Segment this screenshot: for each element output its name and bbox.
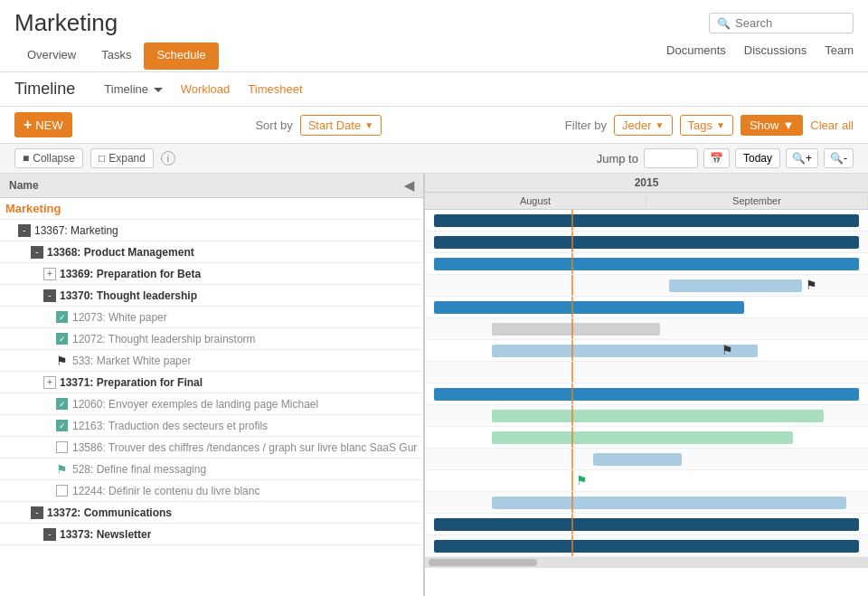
collapse-panel-icon[interactable]: ◀ (404, 178, 414, 193)
nav-link-documents[interactable]: Documents (666, 43, 726, 64)
gantt-bar[interactable] (669, 279, 802, 292)
search-input[interactable] (735, 16, 844, 30)
gantt-bar[interactable] (434, 388, 859, 401)
search-box[interactable]: 🔍 (709, 13, 854, 33)
calendar-icon-button[interactable]: 📅 (703, 148, 730, 168)
list-item[interactable]: 13586: Trouver des chiffres /tendances /… (0, 437, 423, 459)
checkbox-icon[interactable]: ✓ (56, 420, 68, 431)
show-label: Show (750, 118, 779, 132)
gantt-bar[interactable] (492, 323, 660, 336)
expand-label: Expand (108, 152, 146, 165)
gantt-bar[interactable] (492, 431, 793, 444)
list-item[interactable]: Marketing (0, 198, 423, 220)
list-item[interactable]: + 13371: Preparation for Final (0, 372, 423, 393)
show-arrow-icon: ▼ (782, 118, 794, 132)
expand-icon[interactable]: - (18, 224, 31, 237)
sort-dropdown[interactable]: Start Date ▼ (300, 115, 382, 136)
today-line (571, 318, 573, 339)
task-label: 13368: Product Management (47, 246, 194, 259)
list-item[interactable]: - 13367: Marketing (0, 220, 423, 241)
sub-tab-workload[interactable]: Workload (177, 80, 234, 98)
task-label: 12060: Envoyer exemples de landing page … (72, 398, 318, 411)
list-item[interactable]: ✓ 12072: Thought leadership brainstorm (0, 328, 423, 350)
nav-tab-tasks[interactable]: Tasks (89, 43, 144, 71)
list-item[interactable]: ✓ 12073: White paper (0, 307, 423, 328)
tags-dropdown[interactable]: Tags ▼ (680, 115, 733, 136)
gantt-bar[interactable] (434, 214, 859, 227)
gantt-bar[interactable] (434, 301, 744, 314)
task-label: 13369: Preparation for Beta (60, 268, 201, 280)
expand-button[interactable]: □ Expand (90, 148, 154, 168)
zoom-in-button[interactable]: 🔍+ (786, 148, 818, 168)
expand-icon[interactable]: - (31, 506, 43, 519)
gantt-bar[interactable] (492, 497, 846, 509)
collapse-button[interactable]: ■ Collapse (14, 148, 83, 168)
list-item[interactable]: + 13369: Preparation for Beta (0, 263, 423, 285)
filter-dropdown[interactable]: Jeder ▼ (614, 115, 672, 136)
checkbox-icon[interactable] (56, 485, 68, 497)
header-top: Marketing 🔍 (14, 9, 854, 37)
list-item[interactable]: 12244: Définir le contenu du livre blanc (0, 480, 423, 502)
filter-value: Jeder (622, 118, 652, 132)
gantt-bar[interactable] (434, 540, 859, 553)
main-content: Name ◀ Marketing - 13367: Marketing - 13… (0, 174, 868, 596)
list-item[interactable]: - 13373: Newsletter (0, 524, 423, 545)
task-list: Name ◀ Marketing - 13367: Marketing - 13… (0, 174, 425, 596)
today-line (571, 470, 573, 491)
sub-tab-timesheet[interactable]: Timesheet (244, 80, 306, 98)
expand-icon[interactable]: - (43, 289, 56, 302)
expand-icon[interactable]: - (31, 246, 43, 259)
task-label: 12073: White paper (72, 311, 167, 324)
gantt-bar[interactable] (492, 345, 758, 357)
gantt-bar[interactable] (434, 518, 859, 531)
gantt-scrollbar[interactable] (425, 557, 868, 568)
gantt-scrollbar-thumb[interactable] (429, 559, 537, 566)
expand-icon[interactable]: - (43, 528, 56, 541)
list-item[interactable]: ✓ 12163: Traduction des secteurs et prof… (0, 415, 423, 437)
nav-tab-schedule[interactable]: Schedule (144, 43, 218, 70)
checkbox-icon[interactable]: ✓ (56, 333, 68, 345)
nav-left: Overview Tasks Schedule (14, 43, 219, 71)
header: Marketing 🔍 Overview Tasks Schedule Docu… (0, 0, 868, 72)
nav-tab-overview[interactable]: Overview (14, 43, 89, 71)
expand-icon[interactable]: + (43, 268, 56, 280)
checkbox-icon[interactable]: ✓ (56, 398, 68, 410)
nav-link-discussions[interactable]: Discussions (744, 43, 807, 64)
zoom-out-button[interactable]: 🔍- (824, 148, 854, 168)
list-item[interactable]: - 13372: Communications (0, 502, 423, 524)
list-item[interactable]: - 13368: Product Management (0, 241, 423, 263)
show-button[interactable]: Show ▼ (741, 115, 803, 136)
jump-to: Jump to 📅 Today 🔍+ 🔍- (597, 148, 854, 168)
gantt-year: 2015 (425, 174, 868, 193)
new-button[interactable]: + NEW (14, 112, 72, 137)
gantt-row (425, 297, 868, 318)
gantt-row (425, 405, 868, 427)
list-item[interactable]: - 13370: Thought leadership (0, 285, 423, 307)
gantt-bar[interactable] (492, 410, 825, 422)
gantt-row (425, 253, 868, 275)
today-line (571, 514, 573, 535)
list-item[interactable]: ⚑ 528: Define final messaging (0, 459, 423, 480)
expand-icon[interactable]: + (43, 376, 56, 389)
gantt-months: August September (425, 193, 868, 209)
nav-link-team[interactable]: Team (825, 43, 854, 64)
gantt-bar[interactable] (593, 453, 682, 466)
list-item[interactable]: ⚑ 533: Market White paper (0, 350, 423, 372)
action-row: ■ Collapse □ Expand i Jump to 📅 Today 🔍+… (0, 144, 868, 174)
checkbox-icon[interactable] (56, 441, 68, 453)
checkbox-icon[interactable]: ✓ (56, 311, 68, 323)
gantt-bar[interactable] (434, 258, 859, 270)
gantt-row (425, 514, 868, 535)
new-label: NEW (35, 118, 62, 132)
today-button[interactable]: Today (735, 148, 780, 168)
list-item[interactable]: ✓ 12060: Envoyer exemples de landing pag… (0, 393, 423, 415)
task-label: 13367: Marketing (34, 224, 118, 237)
timeline-indicator (154, 88, 163, 92)
milestone-flag-icon: ⚑ (806, 278, 817, 292)
jump-to-input[interactable] (644, 148, 698, 168)
sub-tab-timeline[interactable]: Timeline (100, 80, 165, 98)
info-icon[interactable]: i (161, 151, 175, 166)
clear-all-link[interactable]: Clear all (810, 118, 854, 132)
gantt-bar[interactable] (434, 236, 859, 249)
search-icon: 🔍 (717, 17, 731, 30)
